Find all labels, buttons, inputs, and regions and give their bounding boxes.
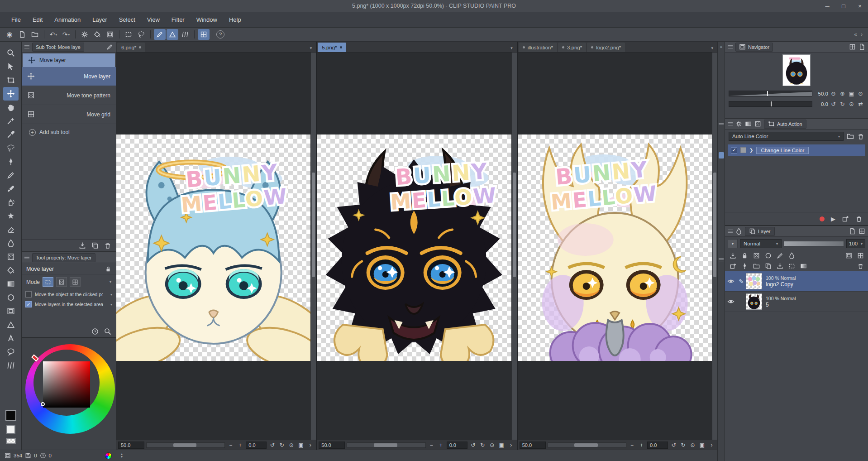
panel-grip-icon[interactable]	[728, 45, 733, 48]
reset-rotation-button[interactable]: ⊙	[488, 441, 496, 449]
horizontal-scrollbar-thumb[interactable]	[173, 443, 197, 447]
set-as-draft-icon[interactable]	[775, 251, 785, 260]
tool-gradient[interactable]	[3, 277, 19, 291]
snap-to-ruler-button[interactable]	[154, 29, 166, 40]
lock-transparent-pixels-icon[interactable]	[751, 251, 761, 260]
canvas-6png[interactable]: BUNNY MELLOW	[116, 134, 310, 361]
collapse-left-icon[interactable]: «	[854, 31, 857, 38]
minimize-button[interactable]: ─	[819, 0, 835, 12]
play-button[interactable]: ▶	[831, 216, 835, 222]
vertical-scrollbar-thumb[interactable]	[713, 173, 716, 277]
flip-horizontal-button[interactable]: ⇄	[857, 100, 864, 108]
horizontal-scrollbar[interactable]	[146, 442, 225, 448]
sub-tool-item-move-layer[interactable]: Move layer	[22, 67, 116, 86]
rotation-value-box[interactable]: 0.0	[647, 442, 668, 449]
zoom-slider-marker[interactable]	[767, 91, 768, 96]
transparent-color-swatch[interactable]	[6, 438, 16, 444]
chevron-down-icon[interactable]: ▾	[110, 303, 112, 307]
tab-3png[interactable]: 3.png*	[558, 43, 586, 52]
zoom-value-box[interactable]: 50.0	[520, 442, 546, 449]
rotate-cw-button[interactable]: ↻	[839, 100, 846, 108]
option-move-layers-in-selected-area[interactable]: Move layers in the selected area ▾	[22, 299, 116, 309]
maximize-button[interactable]: □	[835, 0, 852, 12]
grid-view-button[interactable]	[198, 29, 210, 40]
zoom-in-button[interactable]: +	[437, 441, 445, 449]
zoom-out-button[interactable]: −	[227, 441, 234, 449]
new-vector-layer-icon[interactable]	[739, 262, 749, 270]
vertical-scrollbar[interactable]	[310, 53, 316, 440]
saturation-value-box[interactable]	[43, 361, 90, 408]
panel-grip-icon[interactable]	[24, 256, 29, 259]
tool-pen[interactable]	[3, 155, 19, 168]
layer-tab[interactable]: Layer	[745, 227, 775, 236]
layer-list-icon[interactable]	[858, 228, 865, 235]
rotate-ccw-button[interactable]: ↺	[830, 100, 837, 108]
snap-to-special-ruler-button[interactable]	[167, 29, 178, 40]
layer-thumbnail[interactable]	[746, 293, 762, 310]
menu-layer[interactable]: Layer	[86, 14, 113, 26]
tool-balloon[interactable]	[3, 345, 19, 359]
collapse-panels-icon[interactable]: «	[720, 44, 723, 49]
tool-airbrush[interactable]	[3, 196, 19, 209]
tool-brush[interactable]	[3, 182, 19, 196]
panel-grip-icon[interactable]	[728, 230, 733, 233]
rotation-slider-marker[interactable]	[771, 101, 772, 106]
tool-figure[interactable]	[3, 291, 19, 304]
two-pane-icon[interactable]	[844, 251, 854, 260]
layer-row-5[interactable]: 100 % Normal 5	[725, 292, 868, 312]
lock-icon[interactable]	[105, 266, 111, 272]
clip-to-layer-below-icon[interactable]	[728, 251, 738, 260]
merge-down-icon[interactable]	[775, 262, 785, 270]
sub-tool-item-move-tone-pattern[interactable]: Move tone pattern	[22, 86, 116, 105]
menu-select[interactable]: Select	[113, 14, 141, 26]
select-rectangle-button[interactable]	[123, 29, 134, 40]
menu-animation[interactable]: Animation	[48, 14, 86, 26]
lock-layer-icon[interactable]	[739, 251, 749, 260]
reset-rotation-button[interactable]: ⊙	[848, 100, 855, 108]
tool-text[interactable]	[3, 331, 19, 345]
delete-set-icon[interactable]	[857, 133, 864, 140]
zoom-in-button[interactable]: ⊕	[839, 90, 846, 97]
search-layer-icon[interactable]	[849, 228, 856, 235]
mode-move-tone-button[interactable]	[56, 277, 67, 287]
vertical-scrollbar-thumb[interactable]	[513, 173, 516, 277]
mode-move-layer-button[interactable]	[43, 277, 53, 287]
create-mask-icon[interactable]	[787, 262, 796, 270]
zoom-value-box[interactable]: 50.0	[319, 442, 345, 449]
option-move-clicked-object[interactable]: Move the object at the clicked po ▾	[22, 289, 116, 299]
tool-lasso[interactable]	[3, 141, 19, 155]
more-options-chevron-icon[interactable]: ›	[708, 441, 715, 449]
fit-to-screen-button[interactable]: ▣	[498, 441, 506, 449]
open-file-button[interactable]	[29, 29, 41, 40]
rotation-value-box[interactable]: 0.0	[447, 442, 467, 449]
menu-view[interactable]: View	[141, 14, 166, 26]
tool-eraser[interactable]	[3, 223, 19, 236]
reset-rotation-button[interactable]: ⊙	[689, 441, 696, 449]
opacity-slider[interactable]	[784, 241, 844, 246]
opacity-value-box[interactable]: 100 ▾	[846, 239, 865, 248]
rotate-cw-button[interactable]: ↻	[679, 441, 687, 449]
chevron-down-icon[interactable]: ▾	[110, 293, 112, 297]
zoom-out-button[interactable]: ⊖	[830, 90, 837, 97]
collapse-right-icon[interactable]: ›	[861, 31, 863, 38]
add-action-icon[interactable]	[842, 215, 849, 222]
menu-window[interactable]: Window	[191, 14, 223, 26]
rotate-cw-button[interactable]: ↻	[479, 441, 486, 449]
mode-expand-icon[interactable]: ▾	[110, 280, 111, 284]
tool-operation[interactable]	[3, 60, 19, 73]
edit-pencil-icon[interactable]	[106, 43, 113, 50]
panel-shortcut-icon[interactable]	[719, 152, 724, 158]
main-color-swatch[interactable]	[5, 410, 16, 421]
color-mix-indicator-icon[interactable]	[105, 452, 112, 459]
layer-row-logo2-copy[interactable]: ✎ 100 % Normal logo2 Copy	[725, 271, 868, 292]
tab-5png[interactable]: 5.png*	[318, 43, 346, 52]
vertical-scrollbar-thumb[interactable]	[312, 173, 315, 277]
tool-auto-select[interactable]	[3, 114, 19, 128]
zoom-value-box[interactable]: 50.0	[118, 442, 144, 449]
reference-layer-icon[interactable]	[787, 251, 796, 260]
tab-logo2png[interactable]: logo2.png*	[587, 43, 625, 52]
sub-view-icon[interactable]	[849, 43, 856, 50]
sub-tool-group-header[interactable]: Move layer	[23, 53, 115, 67]
vertical-scrollbar[interactable]	[511, 53, 517, 440]
panel-grip-icon[interactable]	[728, 122, 733, 125]
